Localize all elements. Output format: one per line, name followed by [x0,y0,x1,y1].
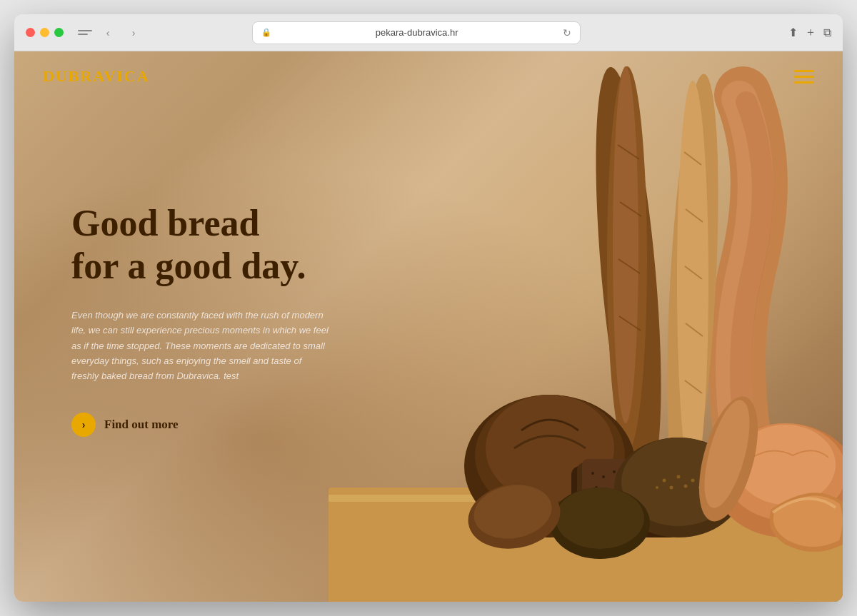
logo[interactable]: Dubravica [43,67,150,86]
svg-point-36 [663,479,666,483]
lock-icon: 🔒 [261,28,271,37]
fullscreen-button[interactable] [54,28,64,37]
cta-button[interactable]: › Find out more [71,413,179,437]
svg-point-47 [556,488,644,549]
browser-controls: ‹ › [78,26,144,40]
navigation: Dubravica [14,51,843,101]
sidebar-toggle-button[interactable] [78,27,92,39]
svg-point-4 [613,66,638,423]
hero-content: Good bread for a good day. Even though w… [14,51,428,602]
browser-window: ‹ › 🔒 pekara-dubravica.hr ↻ ⬆ ＋ ⧉ [14,14,843,602]
close-button[interactable] [26,28,35,37]
svg-point-38 [691,479,695,483]
url-text: pekara-dubravica.hr [276,27,558,38]
svg-point-40 [684,485,688,488]
hero-description: Even though we are constantly faced with… [71,308,329,384]
cta-label: Find out more [104,418,179,432]
browser-chrome: ‹ › 🔒 pekara-dubravica.hr ↻ ⬆ ＋ ⧉ [14,14,843,51]
svg-point-41 [656,486,658,489]
browser-actions: ⬆ ＋ ⧉ [788,25,831,40]
new-tab-button[interactable]: ＋ [805,25,816,40]
minimize-button[interactable] [40,28,49,37]
headline-line2: for a good day. [71,246,306,286]
svg-point-39 [670,486,673,490]
hero-headline: Good bread for a good day. [71,202,428,288]
svg-point-24 [613,470,616,473]
svg-point-10 [677,81,708,480]
headline-line1: Good bread [71,203,259,243]
traffic-lights [26,28,64,37]
hamburger-menu-button[interactable] [794,70,814,84]
share-button[interactable]: ⬆ [788,26,798,39]
svg-point-23 [602,475,605,478]
forward-button[interactable]: › [124,26,144,40]
website-content: Dubravica Good bread for a good day. Eve… [14,51,843,602]
tabs-button[interactable]: ⧉ [823,26,831,39]
cta-icon: › [71,413,96,437]
address-bar[interactable]: 🔒 pekara-dubravica.hr ↻ [252,21,581,44]
back-button[interactable]: ‹ [98,26,118,40]
reload-button[interactable]: ↻ [563,27,571,39]
svg-point-37 [677,475,681,479]
svg-point-22 [591,472,594,475]
